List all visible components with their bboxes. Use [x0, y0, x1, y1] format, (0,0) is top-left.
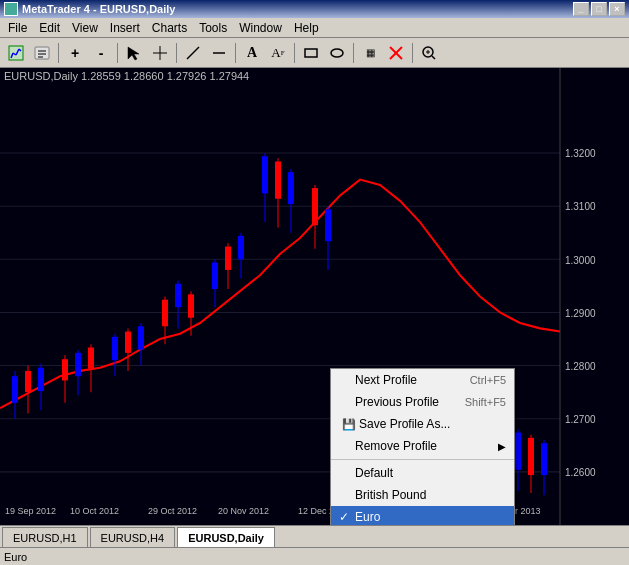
line-tool[interactable]: [181, 42, 205, 64]
svg-rect-62: [212, 262, 218, 289]
title-text: MetaTrader 4 - EURUSD,Daily: [22, 3, 175, 15]
prev-profile-shortcut: Shift+F5: [465, 396, 506, 408]
cursor-button[interactable]: [122, 42, 146, 64]
ctx-save-profile[interactable]: 💾 Save Profile As...: [331, 413, 514, 435]
close-button[interactable]: ×: [609, 2, 625, 16]
svg-rect-72: [288, 172, 294, 204]
svg-text:1.3000: 1.3000: [565, 254, 596, 265]
separator-1: [58, 43, 59, 63]
text-tool[interactable]: A: [240, 42, 264, 64]
rectangle-tool[interactable]: [299, 42, 323, 64]
svg-rect-56: [162, 300, 168, 327]
svg-text:1.2600: 1.2600: [565, 467, 596, 478]
zoom-out-button[interactable]: -: [89, 42, 113, 64]
svg-rect-58: [175, 284, 181, 307]
hline-tool[interactable]: [207, 42, 231, 64]
svg-rect-54: [138, 326, 144, 349]
svg-rect-38: [12, 376, 18, 403]
svg-rect-48: [88, 348, 94, 369]
separator-7: [412, 43, 413, 63]
ctx-next-profile[interactable]: Next Profile Ctrl+F5: [331, 369, 514, 391]
svg-rect-74: [312, 188, 318, 225]
svg-rect-14: [305, 49, 317, 57]
menu-window[interactable]: Window: [233, 19, 288, 37]
save-profile-icon: 💾: [339, 418, 359, 431]
separator-5: [294, 43, 295, 63]
ctx-default[interactable]: Default: [331, 462, 514, 484]
svg-rect-44: [62, 359, 68, 380]
svg-rect-80: [515, 433, 521, 470]
separator-6: [353, 43, 354, 63]
svg-rect-46: [75, 353, 81, 376]
svg-rect-64: [225, 247, 231, 270]
status-text: Euro: [4, 551, 27, 563]
chart-container[interactable]: EURUSD,Daily 1.28559 1.28660 1.27926 1.2…: [0, 68, 629, 525]
svg-text:1.2800: 1.2800: [565, 361, 596, 372]
crosshair-button[interactable]: [148, 42, 172, 64]
app-icon: [4, 2, 18, 16]
svg-rect-50: [112, 337, 118, 360]
main-content: EURUSD,Daily 1.28559 1.28660 1.27926 1.2…: [0, 68, 629, 565]
svg-text:1.3200: 1.3200: [565, 148, 596, 159]
ctx-separator-1: [331, 459, 514, 460]
ellipse-tool[interactable]: [325, 42, 349, 64]
maximize-button[interactable]: □: [591, 2, 607, 16]
svg-text:19 Sep 2012: 19 Sep 2012: [5, 506, 56, 516]
menu-insert[interactable]: Insert: [104, 19, 146, 37]
svg-rect-70: [275, 162, 281, 199]
title-bar: MetaTrader 4 - EURUSD,Daily _ □ ×: [0, 0, 629, 18]
delete-tool[interactable]: [384, 42, 408, 64]
euro-label: Euro: [355, 510, 380, 524]
zoom-in-button[interactable]: +: [63, 42, 87, 64]
separator-3: [176, 43, 177, 63]
menu-help[interactable]: Help: [288, 19, 325, 37]
next-profile-shortcut: Ctrl+F5: [470, 374, 506, 386]
ctx-british-pound[interactable]: British Pound: [331, 484, 514, 506]
bottom-tabs: EURUSD,H1 EURUSD,H4 EURUSD,Daily: [0, 525, 629, 547]
text-tool-2[interactable]: AF: [266, 42, 290, 64]
remove-profile-label: Remove Profile: [355, 439, 437, 453]
svg-text:10 Oct 2012: 10 Oct 2012: [70, 506, 119, 516]
chart-label: EURUSD,Daily 1.28559 1.28660 1.27926 1.2…: [4, 70, 249, 82]
chart-svg: 1.3200 1.3100 1.3000 1.2900 1.2800 1.270…: [0, 68, 629, 525]
ctx-prev-profile[interactable]: Previous Profile Shift+F5: [331, 391, 514, 413]
svg-text:20 Nov 2012: 20 Nov 2012: [218, 506, 269, 516]
menu-file[interactable]: File: [2, 19, 33, 37]
tab-eurusd-h4[interactable]: EURUSD,H4: [90, 527, 176, 547]
minimize-button[interactable]: _: [573, 2, 589, 16]
svg-rect-82: [528, 438, 534, 475]
check-euro: ✓: [339, 510, 355, 524]
ctx-euro[interactable]: ✓ Euro: [331, 506, 514, 525]
separator-2: [117, 43, 118, 63]
svg-rect-52: [125, 332, 131, 353]
svg-text:1.3100: 1.3100: [565, 201, 596, 212]
svg-rect-66: [238, 236, 244, 259]
new-chart-button[interactable]: [4, 42, 28, 64]
save-profile-label: Save Profile As...: [359, 417, 450, 431]
svg-rect-60: [188, 294, 194, 317]
svg-text:1.2900: 1.2900: [565, 307, 596, 318]
context-menu: Next Profile Ctrl+F5 Previous Profile Sh…: [330, 368, 515, 525]
svg-rect-76: [325, 209, 331, 241]
remove-arrow-icon: ▶: [498, 441, 506, 452]
menu-charts[interactable]: Charts: [146, 19, 193, 37]
svg-rect-40: [25, 371, 31, 392]
svg-line-19: [432, 56, 435, 59]
toolbar: + - A AF ▦: [0, 38, 629, 68]
zoom-chart-button[interactable]: [417, 42, 441, 64]
menu-tools[interactable]: Tools: [193, 19, 233, 37]
ctx-remove-profile[interactable]: Remove Profile ▶: [331, 435, 514, 457]
profiles-button[interactable]: [30, 42, 54, 64]
next-profile-label: Next Profile: [355, 373, 417, 387]
svg-rect-22: [0, 68, 629, 525]
separator-4: [235, 43, 236, 63]
menu-edit[interactable]: Edit: [33, 19, 66, 37]
menu-bar: File Edit View Insert Charts Tools Windo…: [0, 18, 629, 38]
svg-rect-68: [262, 156, 268, 193]
svg-text:1.2700: 1.2700: [565, 414, 596, 425]
menu-view[interactable]: View: [66, 19, 104, 37]
tab-eurusd-daily[interactable]: EURUSD,Daily: [177, 527, 275, 547]
tab-eurusd-h1[interactable]: EURUSD,H1: [2, 527, 88, 547]
fib-tool[interactable]: ▦: [358, 42, 382, 64]
british-pound-label: British Pound: [355, 488, 426, 502]
